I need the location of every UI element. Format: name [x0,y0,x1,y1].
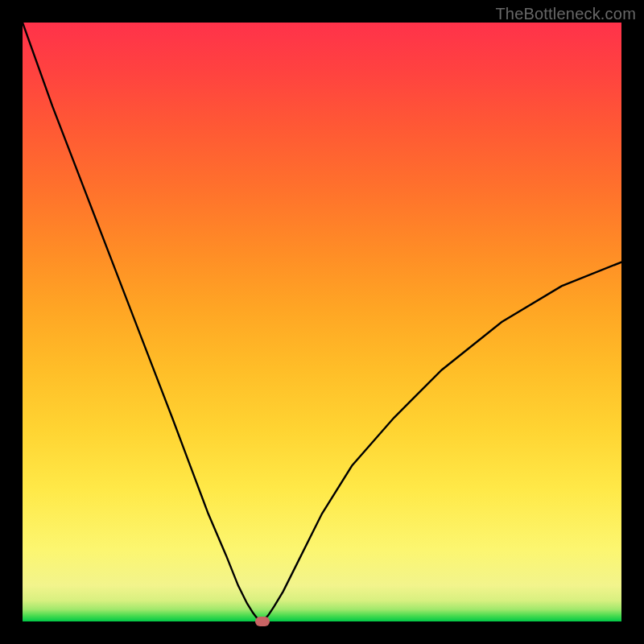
min-point-marker [255,617,270,626]
bottleneck-curve [23,23,621,621]
plot-area [23,23,621,621]
chart-frame: TheBottleneck.com [0,0,644,644]
watermark-text: TheBottleneck.com [495,5,636,23]
